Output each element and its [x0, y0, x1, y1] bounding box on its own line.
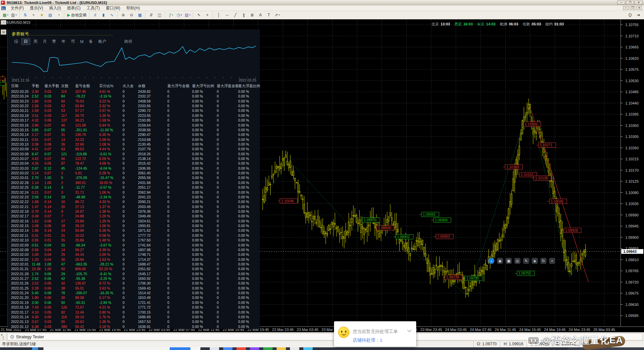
- table-row[interactable]: 2022.03.044.350.058778.474.05 %02015.420…: [11, 161, 260, 166]
- table-row[interactable]: 2022.03.162.800.0740121.085.94 %02159.64…: [11, 123, 260, 128]
- taskbar-app-icon[interactable]: [236, 347, 246, 350]
- new-chart-button[interactable]: ▦▾: [2, 12, 9, 19]
- table-row[interactable]: 2022.02.0111.481.0047-663.35-28.21 %0168…: [11, 262, 260, 267]
- menu-item[interactable]: 文件(F): [8, 5, 27, 11]
- column-header[interactable]: 百分比%: [99, 83, 123, 89]
- table-row[interactable]: 2022.03.242.520.0384-76.22-3.16 %02332.3…: [11, 94, 260, 99]
- periods-button[interactable]: ◷▾: [175, 12, 183, 19]
- column-header[interactable]: 最大手数: [44, 83, 61, 89]
- chart-profiles-button[interactable]: ▥▾: [10, 12, 18, 19]
- table-row[interactable]: 2022.02.141.960.192493.905.28 %01871.620…: [11, 228, 260, 233]
- popup-pending-link[interactable]: 店铺待处理：1: [353, 337, 382, 343]
- cascade-button[interactable]: ◫: [156, 12, 163, 19]
- table-row[interactable]: 2022.02.100.550.015525.861.48 %01767.500…: [11, 238, 260, 242]
- table-row[interactable]: 2022.02.250.280.143-11.77-0.57 %02051.17…: [11, 185, 260, 190]
- table-row[interactable]: 2022.03.253.300.03110107.454.61 %02439.8…: [11, 89, 260, 94]
- table-row[interactable]: 2022.03.153.850.0755-251.91-11.00 %02038…: [11, 128, 260, 132]
- autotrading-button[interactable]: ▶自动交易: [66, 12, 88, 19]
- minimize-button[interactable]: ─: [617, 1, 625, 5]
- market-watch-button[interactable]: ⇅: [21, 12, 29, 19]
- mdi-minimize-button[interactable]: ─: [623, 6, 629, 10]
- menu-item[interactable]: 窗口(W): [103, 5, 123, 11]
- screen-record-icon[interactable]: ▣: [506, 258, 512, 264]
- table-row[interactable]: 2022.02.170.490.07724.881.29 %01949.4900…: [11, 214, 260, 218]
- arrows-button[interactable]: ↗▾: [273, 12, 281, 19]
- table-row[interactable]: 2022.01.193.000.0650-50.31-2.84 %01721.4…: [11, 300, 260, 305]
- table-row[interactable]: 2022.01.144.300.0511829.161.76 %01686.69…: [11, 315, 260, 319]
- table-row[interactable]: 2022.01.201.800.063089.085.17 %01810.490…: [11, 295, 260, 300]
- table-row[interactable]: 2022.01.272.520.0642-55.38-3.25 %01650.9…: [11, 276, 260, 281]
- column-header[interactable]: 最大浮亏比例: [192, 83, 217, 89]
- column-header[interactable]: 盈亏金额: [75, 83, 99, 89]
- start-button[interactable]: [32, 347, 38, 350]
- zoom-in-button[interactable]: ⊕: [119, 12, 127, 19]
- equity-curve-chart[interactable]: [11, 43, 258, 80]
- quick-nav-button[interactable]: ▫: [1, 20, 6, 25]
- table-row[interactable]: 2022.03.142.170.0731136.796.35 %02290.47…: [11, 132, 260, 137]
- taskbar-app-icon[interactable]: [223, 347, 232, 350]
- table-row[interactable]: 2022.03.183.510.0311729.701.35 %02223.55…: [11, 113, 260, 118]
- table-row[interactable]: 2022.01.174.100.058213.460.80 %01700.150…: [11, 310, 260, 315]
- tile-windows-button[interactable]: ▦: [136, 12, 144, 19]
- table-row[interactable]: 2022.02.080.560.041459.273.39 %01807.980…: [11, 247, 260, 252]
- annotate-icon[interactable]: ✎: [523, 258, 529, 264]
- camera-icon[interactable]: ◉: [497, 258, 503, 264]
- table-row[interactable]: 2022.02.090.510.0415-66.34-3.67 %01741.6…: [11, 243, 260, 247]
- column-header[interactable]: 最大浮盈比例: [238, 83, 260, 89]
- settings-icon[interactable]: ◈: [532, 258, 538, 264]
- chart-symbol-label[interactable]: ▼EURUSD,M15: [3, 20, 30, 24]
- table-row[interactable]: 2022.02.221.680.141686.724.33 %02090.210…: [11, 199, 260, 204]
- search-button[interactable]: [170, 347, 190, 350]
- one-click-trading-button[interactable]: ⊟: [1, 29, 6, 35]
- table-row[interactable]: 2022.01.125.380.0328050.423.18 %01636.91…: [11, 324, 260, 329]
- table-row[interactable]: 2022.03.032.670.1245-124.45-6.04 %01936.…: [11, 166, 260, 171]
- tester-close-icon[interactable]: x: [1, 333, 3, 336]
- table-row[interactable]: 2022.02.161.620.062723.801.25 %01924.610…: [11, 219, 260, 223]
- table-row[interactable]: 2022.03.110.910.071323.231.09 %02153.680…: [11, 137, 260, 142]
- maximize-button[interactable]: ❐: [626, 1, 634, 5]
- terminal-button[interactable]: ▤: [46, 12, 54, 19]
- table-row[interactable]: 2022.01.187.430.0612671.574.21 %01771.72…: [11, 305, 260, 310]
- column-header[interactable]: 日期: [11, 83, 32, 89]
- table-row[interactable]: 2022.01.130.570.035520.621.26 %01657.530…: [11, 319, 260, 324]
- mdi-close-button[interactable]: ✕: [636, 6, 642, 10]
- column-header[interactable]: 最大浮亏金额: [167, 83, 192, 89]
- bars-chart-button[interactable]: ıl: [91, 12, 99, 19]
- data-window-button[interactable]: +: [30, 12, 37, 19]
- table-row[interactable]: 2022.02.232.590.1419-48.98-2.34 %02041.2…: [11, 195, 260, 199]
- text-button[interactable]: A: [257, 12, 264, 19]
- menu-item[interactable]: 图表(C): [64, 5, 84, 11]
- table-row[interactable]: 2022.03.211.590.035357.172.57 %02280.720…: [11, 108, 260, 113]
- table-row[interactable]: 2022.01.252.280.063855.013.63 %01569.430…: [11, 286, 260, 291]
- vertical-line-button[interactable]: │: [215, 12, 222, 19]
- table-row[interactable]: 2022.03.221.560.035252.842.32 %02333.560…: [11, 104, 260, 108]
- table-row[interactable]: 2022.03.020.140.0725.810.28 %02061.4000.…: [11, 171, 260, 175]
- search-icon[interactable]: Ϙ: [626, 12, 634, 19]
- chart-shift-button[interactable]: ➔: [635, 12, 642, 19]
- horizontal-line-button[interactable]: ─: [223, 12, 231, 19]
- table-row[interactable]: 2022.02.021.200.043025.901.53 %01714.370…: [11, 257, 260, 262]
- menu-item[interactable]: 帮助(H): [123, 5, 143, 11]
- trendline-button[interactable]: ╱: [231, 12, 239, 19]
- fibonacci-button[interactable]: ≣: [248, 12, 256, 19]
- taskbar-app-icon[interactable]: [263, 347, 273, 350]
- table-row[interactable]: 2022.03.174.320.0613734.211.58 %02193.85…: [11, 118, 260, 123]
- table-row[interactable]: 2022.03.088.470.07121-119.88-5.61 %02018…: [11, 152, 260, 156]
- table-row[interactable]: 2022.03.012.701.005-376.09-15.47 %02055.…: [11, 175, 260, 180]
- column-header[interactable]: 出入金: [123, 83, 138, 89]
- taskbar-app-icon[interactable]: [277, 347, 286, 350]
- table-row[interactable]: 2022.03.231.800.036075.033.22 %02408.590…: [11, 99, 260, 104]
- table-row[interactable]: 2022.03.094.410.076389.534.44 %02107.790…: [11, 147, 260, 151]
- column-header[interactable]: 余额: [138, 83, 167, 89]
- tester-grip[interactable]: x: [0, 333, 7, 341]
- templates-button[interactable]: ▨▾: [184, 12, 191, 19]
- close-strip-icon[interactable]: ×: [549, 258, 555, 264]
- windows-taskbar[interactable]: [0, 347, 644, 350]
- table-row[interactable]: 2022.01.245.400.0878-296.07-16.35 %01514…: [11, 291, 260, 295]
- menu-item[interactable]: 插入(I): [46, 5, 64, 11]
- table-row[interactable]: 2022.02.240.210.07321.711.06 %02062.9400…: [11, 190, 260, 195]
- taskbar-app-icon[interactable]: [250, 347, 259, 350]
- table-row[interactable]: 2022.03.102.080.082622.661.08 %02130.450…: [11, 142, 260, 147]
- chevron-down-icon[interactable]: [407, 328, 412, 332]
- line-chart-button[interactable]: ∿: [108, 12, 116, 19]
